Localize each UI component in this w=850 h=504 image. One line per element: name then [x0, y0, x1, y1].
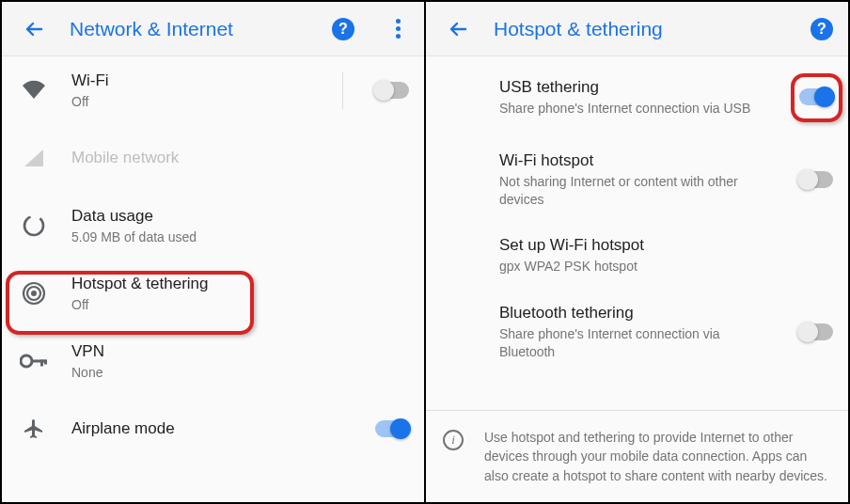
airplane-icon	[19, 417, 49, 440]
svg-point-1	[31, 291, 37, 296]
page-title: Network & Internet	[70, 18, 307, 40]
more-vert-icon	[396, 19, 401, 39]
airplane-mode-row[interactable]: Airplane mode	[2, 395, 424, 463]
settings-list-left: Wi-Fi Off Mobile network Data usage 5.09…	[2, 56, 424, 502]
wifi-hotspot-toggle[interactable]	[799, 171, 833, 188]
help-icon: ?	[332, 18, 354, 40]
wifi-hotspot-row[interactable]: Wi-Fi hotspot Not sharing Internet or co…	[426, 137, 848, 222]
svg-rect-6	[40, 360, 43, 367]
bluetooth-tethering-toggle[interactable]	[799, 323, 833, 340]
wifi-toggle[interactable]	[375, 82, 409, 99]
hotspot-tethering-row[interactable]: Hotspot & tethering Off	[2, 260, 424, 327]
appbar-left: Network & Internet ?	[2, 2, 424, 56]
hotspot-label: Hotspot & tethering	[71, 274, 409, 294]
vpn-key-icon	[19, 354, 49, 369]
wifi-icon	[19, 80, 49, 101]
data-label: Data usage	[71, 206, 409, 227]
bt-label: Bluetooth tethering	[499, 303, 777, 323]
help-icon: ?	[811, 18, 833, 40]
data-usage-row[interactable]: Data usage 5.09 MB of data used	[2, 192, 424, 260]
divider	[342, 71, 343, 109]
bluetooth-tethering-row[interactable]: Bluetooth tethering Share phone's Intern…	[426, 290, 848, 374]
svg-rect-7	[44, 360, 47, 365]
settings-list-right: USB tethering Share phone's Internet con…	[426, 56, 848, 410]
wifihs-label: Wi-Fi hotspot	[499, 150, 777, 171]
airplane-label: Airplane mode	[71, 418, 353, 439]
vpn-label: VPN	[71, 341, 409, 362]
hotspot-icon	[19, 280, 49, 307]
wifi-label: Wi-Fi	[71, 71, 320, 91]
more-button[interactable]	[379, 10, 417, 48]
network-internet-panel: Network & Internet ? Wi-Fi Off Mobile ne…	[2, 2, 424, 502]
info-text: Use hotspot and tethering to provide Int…	[484, 428, 827, 485]
back-button[interactable]	[15, 10, 53, 48]
svg-point-4	[21, 355, 32, 367]
mobile-label: Mobile network	[71, 148, 409, 168]
appbar-right: Hotspot & tethering ?	[426, 2, 848, 56]
setup-sub: gpx WPA2 PSK hotspot	[499, 258, 833, 276]
svg-point-0	[22, 213, 46, 238]
info-footer: i Use hotspot and tethering to provide I…	[426, 410, 848, 502]
help-button[interactable]: ?	[803, 10, 841, 48]
signal-icon	[19, 148, 49, 168]
usb-tethering-toggle[interactable]	[799, 88, 833, 105]
setup-wifi-hotspot-row[interactable]: Set up Wi-Fi hotspot gpx WPA2 PSK hotspo…	[426, 222, 848, 290]
back-button[interactable]	[439, 10, 477, 48]
data-usage-icon	[19, 213, 49, 238]
hotspot-tethering-panel: Hotspot & tethering ? USB tethering Shar…	[424, 2, 848, 502]
usb-sub: Share phone's Internet connection via US…	[499, 100, 777, 118]
data-sub: 5.09 MB of data used	[71, 228, 409, 246]
wifihs-sub: Not sharing Internet or content with oth…	[499, 173, 777, 209]
svg-rect-5	[31, 360, 46, 363]
vpn-row[interactable]: VPN None	[2, 327, 424, 395]
usb-tethering-row[interactable]: USB tethering Share phone's Internet con…	[426, 56, 848, 137]
mobile-network-row: Mobile network	[2, 124, 424, 192]
info-icon: i	[443, 430, 464, 450]
help-button[interactable]: ?	[324, 10, 362, 48]
wifi-sub: Off	[71, 93, 320, 111]
page-title: Hotspot & tethering	[494, 18, 786, 40]
vpn-sub: None	[71, 364, 409, 382]
usb-label: USB tethering	[499, 77, 777, 98]
airplane-toggle[interactable]	[375, 420, 409, 437]
wifi-row[interactable]: Wi-Fi Off	[2, 56, 424, 124]
hotspot-sub: Off	[71, 296, 409, 314]
bt-sub: Share phone's Internet connection via Bl…	[499, 325, 777, 361]
setup-label: Set up Wi-Fi hotspot	[499, 235, 833, 256]
